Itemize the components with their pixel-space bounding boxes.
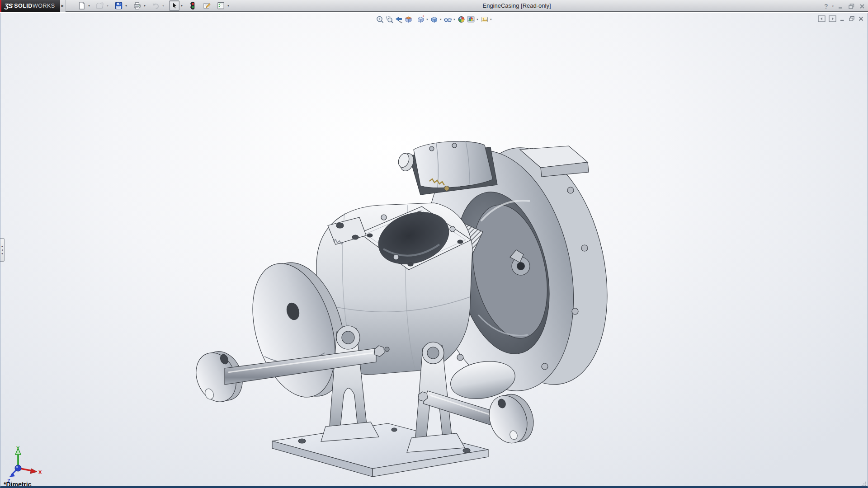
restore-icon xyxy=(848,3,855,9)
comment-icon xyxy=(203,1,211,10)
show-display-pane-button[interactable] xyxy=(829,15,836,22)
part-valve-cover[interactable] xyxy=(396,141,497,195)
menu-flyout-arrow[interactable]: ▶ xyxy=(60,0,66,12)
view-orientation-label: *Dimetric xyxy=(4,481,31,488)
save-icon xyxy=(114,1,123,10)
select-button[interactable] xyxy=(169,0,179,11)
close-document-button[interactable] xyxy=(858,16,864,22)
main-toolbar: ▾ ▾ ▾ xyxy=(76,0,234,11)
view-settings-icon xyxy=(480,15,488,23)
collapse-arrow-icon: ◂ xyxy=(1,249,3,251)
undo-dropdown[interactable]: ▾ xyxy=(161,0,165,11)
brand-glyph: ƷS xyxy=(5,2,12,9)
document-window-controls xyxy=(818,15,864,22)
new-document-dropdown[interactable]: ▾ xyxy=(87,0,91,11)
view-orientation-button[interactable] xyxy=(416,14,425,24)
hide-show-items-dropdown[interactable]: ▾ xyxy=(453,14,457,24)
close-icon xyxy=(859,3,865,9)
section-view-icon xyxy=(404,15,412,23)
previous-view-button[interactable] xyxy=(394,14,404,24)
restore-document-button[interactable] xyxy=(849,16,855,22)
view-settings-dropdown[interactable]: ▾ xyxy=(489,14,493,24)
triad-x-label: X xyxy=(38,469,42,475)
part-reviewer-button[interactable] xyxy=(188,0,198,11)
new-document-button[interactable] xyxy=(76,0,87,11)
graphics-area[interactable]: ▾ ▾ ▾ xyxy=(0,13,868,488)
display-style-dropdown[interactable]: ▾ xyxy=(439,14,443,24)
options-dropdown[interactable]: ▾ xyxy=(226,0,231,11)
comment-button[interactable] xyxy=(202,0,212,11)
minimize-document-button[interactable] xyxy=(840,16,845,22)
close-document-icon xyxy=(858,16,864,22)
collapse-arrow-icon: ◂ xyxy=(1,245,3,248)
print-button[interactable] xyxy=(132,0,142,11)
brand-bold: SOLID xyxy=(14,3,33,9)
undo-icon xyxy=(151,1,160,10)
apply-scene-button[interactable] xyxy=(466,14,476,24)
triad-y-label: Y xyxy=(16,446,20,451)
options-button[interactable] xyxy=(216,0,226,11)
zoom-to-area-button[interactable] xyxy=(385,14,394,24)
select-cursor-icon xyxy=(170,1,179,10)
minimize-document-icon xyxy=(840,16,845,22)
model-engine-casing[interactable] xyxy=(0,13,868,488)
print-icon xyxy=(133,1,142,10)
open-dropdown[interactable]: ▾ xyxy=(105,0,110,11)
solidworks-window: { "theme": { "titlebar_from": "#e7e8ea",… xyxy=(0,0,868,488)
help-button[interactable]: ? xyxy=(824,3,828,10)
pane-right-icon xyxy=(829,15,836,22)
section-view-button[interactable] xyxy=(404,14,413,24)
edit-appearance-button[interactable] xyxy=(457,14,466,24)
brand-light: WORKS xyxy=(33,3,55,9)
save-dropdown[interactable]: ▾ xyxy=(124,0,128,11)
display-style-button[interactable] xyxy=(429,14,439,24)
previous-view-icon xyxy=(395,15,403,23)
checklist-icon xyxy=(217,1,225,10)
undo-button[interactable] xyxy=(151,0,161,11)
window-title: EngineCasing [Read-only] xyxy=(482,0,551,11)
eyeglasses-icon xyxy=(443,15,452,23)
pane-left-icon xyxy=(818,15,826,22)
restore-button[interactable] xyxy=(848,3,855,9)
zoom-to-fit-button[interactable] xyxy=(375,14,385,24)
close-button[interactable] xyxy=(859,3,865,9)
resize-grip[interactable] xyxy=(860,480,867,487)
part-baseplate[interactable] xyxy=(272,423,488,477)
zoom-to-area-icon xyxy=(385,15,393,23)
zoom-to-fit-icon xyxy=(376,15,384,23)
open-icon xyxy=(96,1,104,10)
view-settings-button[interactable] xyxy=(480,14,489,24)
window-controls: ? ▾ xyxy=(824,0,865,12)
show-featuremanager-pane-button[interactable] xyxy=(818,15,826,22)
heads-up-view-toolbar: ▾ ▾ ▾ xyxy=(375,14,493,24)
display-style-icon xyxy=(430,15,438,23)
print-dropdown[interactable]: ▾ xyxy=(142,0,147,11)
minimize-icon xyxy=(838,3,844,9)
view-orientation-dropdown[interactable]: ▾ xyxy=(425,14,429,24)
minimize-button[interactable] xyxy=(838,3,844,9)
apply-scene-dropdown[interactable]: ▾ xyxy=(476,14,480,24)
view-orientation-icon xyxy=(416,15,425,23)
appearance-ball-icon xyxy=(457,15,465,23)
help-dropdown[interactable]: ▾ xyxy=(832,5,834,8)
select-dropdown[interactable]: ▾ xyxy=(179,0,184,11)
apply-scene-icon xyxy=(467,15,475,23)
new-document-icon xyxy=(77,1,86,10)
restore-document-icon xyxy=(849,16,855,22)
solidworks-logo: ƷS SOLIDWORKS xyxy=(0,0,60,12)
featuremanager-collapsed-tab[interactable]: ◂ ◂ ◂ xyxy=(0,238,5,262)
save-button[interactable] xyxy=(113,0,124,11)
title-bar: ƷS SOLIDWORKS ▶ ▾ ▾ xyxy=(0,0,868,12)
hide-show-items-button[interactable] xyxy=(443,14,453,24)
reference-triad: Y X Z xyxy=(4,445,42,485)
collapse-arrow-icon: ◂ xyxy=(1,252,3,255)
open-button[interactable] xyxy=(95,0,105,11)
traffic-light-icon xyxy=(189,1,197,10)
